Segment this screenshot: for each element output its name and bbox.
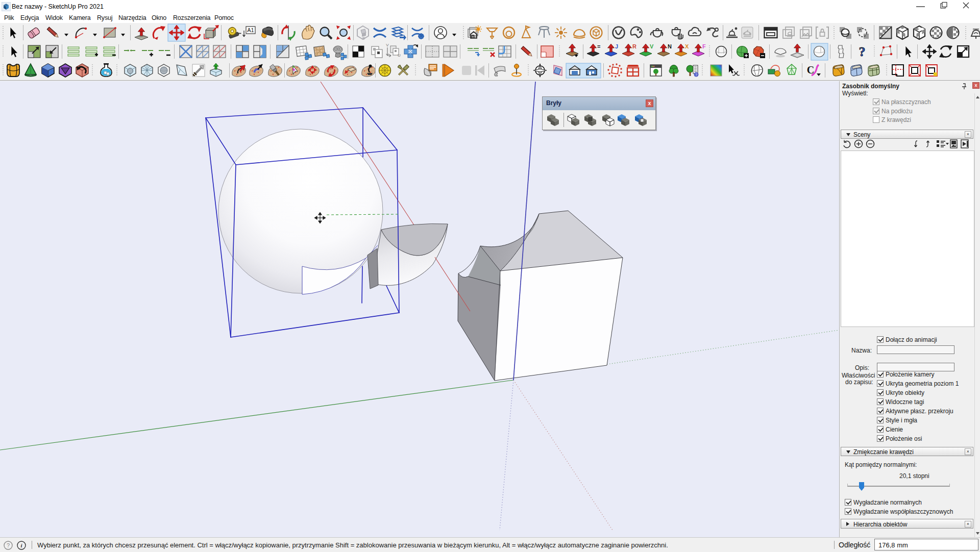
svg-text:=: = (597, 43, 600, 49)
svg-text:N: N (668, 43, 672, 49)
svg-text:F: F (702, 43, 706, 49)
svg-text:J: J (615, 43, 618, 49)
svg-text:U: U (398, 53, 401, 58)
svg-text:V: V (386, 43, 389, 47)
svg-text:R: R (632, 43, 636, 49)
svg-text:?: ? (7, 542, 10, 548)
svg-text:?: ? (859, 44, 866, 59)
svg-text:?: ? (695, 73, 697, 77)
svg-text:A1: A1 (247, 27, 254, 33)
svg-text:X: X (685, 43, 689, 49)
svg-text:i: i (20, 542, 22, 548)
svg-text:V: V (650, 43, 654, 49)
